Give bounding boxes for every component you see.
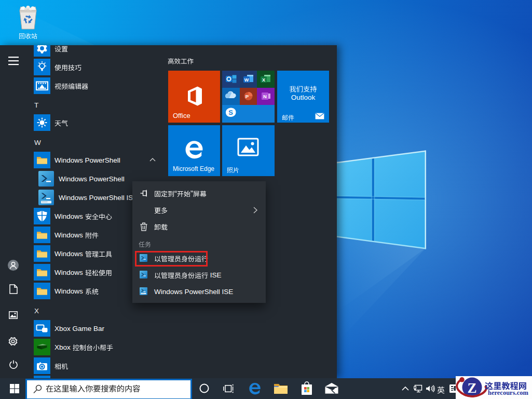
svg-text:N: N (263, 94, 267, 99)
svg-text:Z: Z (467, 380, 476, 396)
svg-text:W: W (244, 77, 249, 83)
svg-text:X: X (262, 77, 265, 83)
svg-text:P: P (245, 94, 249, 99)
svg-text:S: S (228, 109, 233, 116)
